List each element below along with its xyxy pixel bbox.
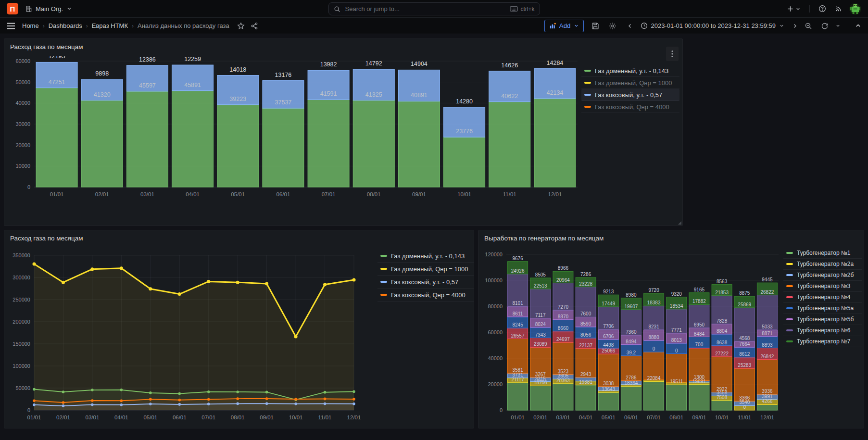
svg-text:07/01: 07/01 — [647, 415, 661, 420]
svg-text:5033: 5033 — [762, 324, 773, 329]
svg-text:05/01: 05/01 — [231, 191, 245, 197]
grafana-logo[interactable]: П — [7, 3, 18, 14]
breadcrumb-folder[interactable]: Евраз НТМК — [92, 22, 128, 29]
legend-item[interactable]: Газ доменный, Qнр = 1000 — [377, 263, 474, 276]
settings-gear-icon[interactable] — [607, 20, 618, 32]
svg-text:14626: 14626 — [501, 62, 518, 69]
legend-series-label: Турбогенератор №5б — [797, 316, 854, 323]
legend-item[interactable]: Газ доменный, у.т. - 0,143 — [581, 65, 679, 77]
svg-text:37537: 37537 — [275, 99, 292, 106]
favorite-star-icon[interactable] — [235, 20, 247, 32]
help-icon[interactable] — [817, 3, 828, 14]
time-shift-back-icon[interactable] — [625, 21, 635, 31]
time-range-text: 2023-01-01 00:00:00 to 2023-12-31 23:59:… — [651, 22, 776, 29]
svg-text:2943: 2943 — [580, 372, 591, 377]
svg-text:250000: 250000 — [13, 297, 30, 302]
svg-text:01/01: 01/01 — [27, 415, 41, 420]
legend-item[interactable]: Турбогенератор №1 — [783, 248, 862, 259]
svg-text:04/01: 04/01 — [579, 415, 593, 420]
svg-text:25283: 25283 — [738, 363, 751, 368]
svg-text:07/01: 07/01 — [322, 191, 336, 197]
svg-text:7117: 7117 — [535, 313, 546, 318]
svg-text:7828: 7828 — [717, 318, 728, 324]
add-button[interactable]: Add — [544, 20, 584, 32]
svg-text:50000: 50000 — [15, 385, 30, 391]
save-icon[interactable] — [590, 20, 601, 32]
legend-item[interactable]: Турбогенератор №4 — [783, 292, 862, 303]
collapse-toolbar-icon[interactable] — [853, 21, 863, 31]
legend-item[interactable]: Газ коксовый, Qнр = 4000 — [377, 289, 474, 302]
user-avatar[interactable] — [849, 3, 861, 15]
svg-text:60000: 60000 — [488, 329, 503, 335]
svg-text:100000: 100000 — [485, 277, 503, 283]
legend-item[interactable]: Газ коксовый, у.т. - 0,57 — [377, 276, 474, 289]
org-name: Main Org. — [36, 5, 63, 13]
legend-series-chip — [786, 329, 793, 331]
panel-title[interactable]: Расход газа по месяцам — [4, 230, 474, 247]
legend-series-label: Газ коксовый, у.т. - 0,57 — [391, 278, 458, 286]
legend-item[interactable]: Турбогенератор №2а — [783, 259, 862, 270]
svg-text:27222: 27222 — [715, 351, 729, 356]
svg-text:04/01: 04/01 — [114, 415, 128, 420]
svg-text:26842: 26842 — [761, 354, 774, 359]
svg-text:300000: 300000 — [13, 275, 30, 280]
breadcrumb-dashboards[interactable]: Dashboards — [49, 22, 82, 29]
time-range-picker[interactable]: 2023-01-01 00:00:00 to 2023-12-31 23:59:… — [638, 20, 788, 31]
legend-item[interactable]: Газ доменный, Qнр = 1000 — [581, 77, 679, 89]
breadcrumb-home[interactable]: Home — [22, 22, 39, 29]
svg-text:3991: 3991 — [762, 394, 773, 399]
nav-divider — [809, 5, 810, 13]
search-input[interactable] — [344, 5, 506, 13]
svg-text:3605: 3605 — [558, 373, 569, 378]
legend-series-label: Газ коксовый, у.т. - 0,57 — [595, 91, 662, 99]
svg-text:7600: 7600 — [580, 311, 591, 316]
panel-title[interactable]: Выработка по генераторам по месяцам — [478, 230, 864, 247]
svg-text:700: 700 — [695, 342, 704, 347]
panel-title[interactable]: Расход газа по месяцам — [4, 39, 682, 55]
building-icon — [25, 5, 32, 13]
legend-series-chip — [584, 106, 591, 108]
new-button[interactable] — [785, 3, 803, 14]
svg-text:10/01: 10/01 — [289, 415, 303, 420]
legend-item[interactable]: Турбогенератор №6 — [783, 325, 862, 336]
refresh-interval-caret-icon[interactable] — [833, 21, 843, 30]
svg-text:41325: 41325 — [365, 91, 382, 98]
svg-text:03/01: 03/01 — [140, 191, 154, 197]
legend-item[interactable]: Турбогенератор №7 — [783, 336, 862, 347]
svg-text:12386: 12386 — [139, 56, 156, 63]
legend-item[interactable]: Турбогенератор №5а — [783, 303, 862, 314]
zoom-out-icon[interactable] — [803, 20, 814, 32]
svg-text:11/01: 11/01 — [503, 191, 516, 197]
legend-series-label: Газ доменный, Qнр = 1000 — [391, 265, 468, 273]
news-icon[interactable] — [833, 3, 844, 14]
refresh-icon[interactable] — [819, 20, 830, 32]
svg-text:0: 0 — [500, 407, 503, 413]
svg-text:9320: 9320 — [671, 291, 682, 297]
share-icon[interactable] — [249, 20, 260, 32]
legend-item[interactable]: Газ коксовый, у.т. - 0,57 — [581, 89, 679, 101]
legend-item[interactable]: Турбогенератор №3 — [783, 281, 862, 292]
search-shortcut: ctrl+k — [510, 6, 534, 13]
panel-gas-lines: Расход газа по месяцам 05000010000015000… — [4, 230, 474, 428]
menu-toggle-icon[interactable] — [5, 21, 17, 31]
legend-item[interactable]: Газ доменный, у.т. - 0,143 — [377, 250, 474, 263]
legend-item[interactable]: Турбогенератор №5б — [783, 314, 862, 325]
org-switcher[interactable]: Main Org. — [25, 5, 72, 13]
svg-text:8590: 8590 — [580, 321, 591, 327]
svg-text:08/01: 08/01 — [367, 191, 381, 197]
svg-text:14284: 14284 — [547, 60, 564, 66]
legend-series-label: Турбогенератор №7 — [797, 338, 851, 345]
legend-item[interactable]: Турбогенератор №2б — [783, 270, 862, 281]
svg-text:14792: 14792 — [365, 60, 382, 67]
panel-resize-handle[interactable] — [678, 221, 681, 225]
legend-item[interactable]: Газ коксовый, Qнр = 4000 — [581, 101, 679, 113]
svg-text:25066: 25066 — [602, 348, 615, 353]
legend-series-chip — [584, 82, 591, 84]
legend-series-chip — [786, 263, 793, 265]
global-search[interactable]: ctrl+k — [328, 2, 540, 15]
svg-text:24697: 24697 — [556, 337, 570, 342]
svg-text:3038: 3038 — [603, 381, 614, 386]
panel-menu-icon[interactable] — [666, 47, 679, 61]
legend-series-chip — [584, 94, 591, 96]
time-shift-forward-icon[interactable] — [790, 21, 800, 31]
